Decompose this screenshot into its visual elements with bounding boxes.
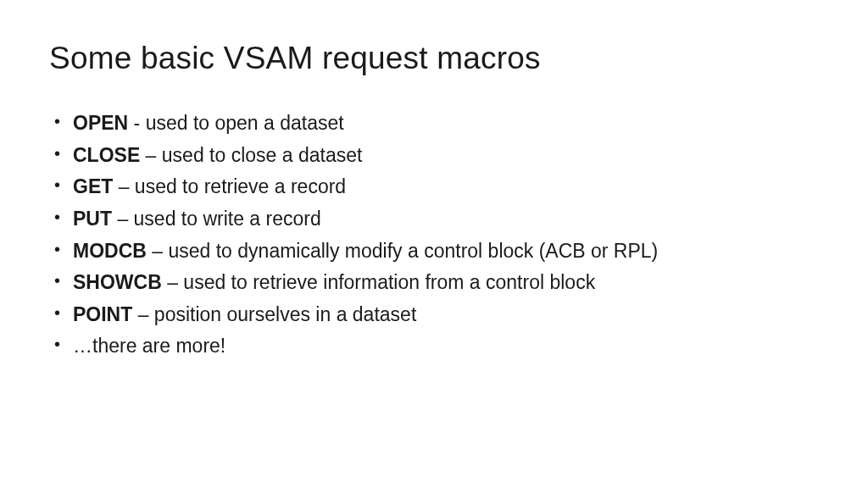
footer-text: …there are more! xyxy=(73,335,225,357)
list-item: OPEN - used to open a dataset xyxy=(53,108,819,139)
macro-name: POINT xyxy=(73,303,132,325)
macro-desc: position ourselves in a dataset xyxy=(154,303,416,325)
macro-desc: used to close a dataset xyxy=(162,144,363,166)
separator: – xyxy=(162,271,184,293)
macro-list: OPEN - used to open a dataset CLOSE – us… xyxy=(49,108,819,362)
list-item: MODCB – used to dynamically modify a con… xyxy=(53,236,819,267)
macro-name: OPEN xyxy=(73,112,128,134)
macro-desc: used to retrieve a record xyxy=(135,175,346,197)
macro-name: SHOWCB xyxy=(73,271,162,293)
slide-title: Some basic VSAM request macros xyxy=(49,41,819,76)
macro-desc: used to write a record xyxy=(134,208,321,230)
macro-desc: used to open a dataset xyxy=(146,112,344,134)
list-item: PUT – used to write a record xyxy=(53,204,819,235)
macro-name: CLOSE xyxy=(73,144,140,166)
separator: - xyxy=(128,112,145,134)
separator: – xyxy=(112,208,134,230)
macro-name: PUT xyxy=(73,208,112,230)
separator: – xyxy=(147,240,169,262)
list-item: SHOWCB – used to retrieve information fr… xyxy=(53,268,819,298)
separator: – xyxy=(113,175,135,197)
macro-name: MODCB xyxy=(73,240,147,262)
list-item: CLOSE – used to close a dataset xyxy=(53,141,819,171)
macro-desc: used to dynamically modify a control blo… xyxy=(168,240,658,262)
list-item: GET – used to retrieve a record xyxy=(53,172,819,202)
separator: – xyxy=(132,303,154,325)
list-item: POINT – position ourselves in a dataset xyxy=(53,300,819,330)
list-item-footer: …there are more! xyxy=(53,331,819,362)
macro-name: GET xyxy=(73,175,113,197)
separator: – xyxy=(140,144,162,166)
macro-desc: used to retrieve information from a cont… xyxy=(183,271,595,293)
